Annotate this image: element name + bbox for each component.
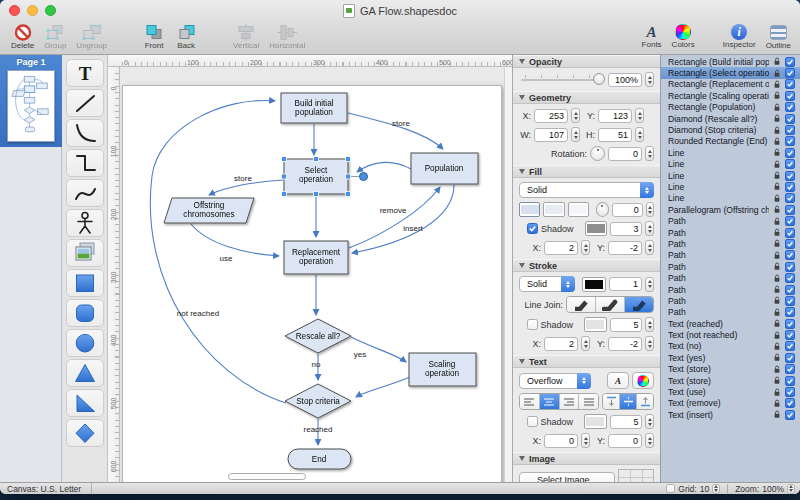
delete-button[interactable]: Delete [6,21,39,50]
layer-visible-checkbox[interactable] [785,296,795,306]
edge-label-reached[interactable]: reached [304,425,333,434]
edge-not-reached[interactable] [150,100,286,403]
node-end[interactable]: End [288,449,351,469]
align-left-button[interactable] [520,394,540,409]
valign-top-button[interactable] [603,394,620,409]
edge-label-remove[interactable]: remove [380,206,407,215]
image-tiling-grid[interactable] [618,469,654,482]
node-build-initial-population[interactable]: Build initialpopulation [281,93,347,123]
unlock-icon[interactable] [773,113,781,124]
valign-bottom-button[interactable] [637,394,653,409]
edge-label-use[interactable]: use [220,254,233,263]
edge-replacement-population-remove[interactable] [349,187,440,248]
unlock-icon[interactable] [773,375,781,386]
section-header-geometry[interactable]: Geometry [513,91,660,104]
layer-visible-checkbox[interactable] [785,307,795,317]
ungroup-button[interactable]: Ungroup [71,21,112,50]
node-population[interactable]: Population [411,153,478,184]
front-button[interactable]: Front [138,21,170,50]
fill-shadow-x-field[interactable]: 2 [544,241,578,255]
node-offspring-chromosomes[interactable]: Offstringchromosomes [164,198,254,223]
stroke-shadow-x-field[interactable]: 2 [544,337,578,351]
geometry-h-field[interactable]: 51 [598,128,632,142]
unlock-icon[interactable] [773,136,781,147]
layer-row[interactable]: Path [661,215,800,226]
layer-row[interactable]: Rounded Rectangle (End) [661,136,800,147]
layer-row[interactable]: Path [661,227,800,238]
tool-square[interactable] [66,269,104,297]
select-image-button[interactable]: Select Image... [519,472,615,483]
layer-row[interactable]: Path [661,272,800,283]
outline-button[interactable]: Outline [761,21,796,50]
unlock-icon[interactable] [773,170,781,181]
text-shadow-checkbox[interactable] [527,416,538,427]
fill-shadow-x-stepper[interactable] [581,240,590,255]
edge-offspring-replacement-use[interactable] [191,224,279,256]
layer-visible-checkbox[interactable] [785,57,795,67]
layer-visible-checkbox[interactable] [785,398,795,408]
tool-elbow-line[interactable] [66,149,104,177]
unlock-icon[interactable] [773,273,781,284]
canvas-vertical-scrollbar[interactable] [504,67,512,482]
group-button[interactable]: Group [39,21,71,50]
layer-visible-checkbox[interactable] [785,171,795,181]
back-button[interactable]: Back [170,21,202,50]
geometry-h-stepper[interactable] [635,127,644,142]
unlock-icon[interactable] [773,341,781,352]
edge-population-select[interactable] [357,162,411,172]
layer-visible-checkbox[interactable] [785,341,795,351]
rotation-knob[interactable] [590,146,605,161]
layer-visible-checkbox[interactable] [785,91,795,101]
unlock-icon[interactable] [773,307,781,318]
layer-row[interactable]: Diamond (Rescale all?) [661,113,800,124]
layer-row[interactable]: Text (not reached) [661,329,800,340]
text-color-button[interactable] [632,372,654,389]
align-vertical-button[interactable]: Vertical [228,21,264,50]
layer-row[interactable]: Rectangle (Select operation) [661,67,800,78]
fill-shadow-y-field[interactable]: -2 [608,241,642,255]
unlock-icon[interactable] [773,261,781,272]
stroke-width-stepper[interactable] [645,277,654,292]
layer-visible-checkbox[interactable] [785,353,795,363]
grid-stepper[interactable] [712,484,720,494]
geometry-y-stepper[interactable] [635,108,644,123]
layer-visible-checkbox[interactable] [785,250,795,260]
tool-text[interactable]: T [66,59,104,87]
layer-row[interactable]: Path [661,284,800,295]
unlock-icon[interactable] [773,238,781,249]
text-shadow-blur-stepper[interactable] [645,414,654,429]
layer-row[interactable]: Text (store) [661,375,800,386]
section-header-opacity[interactable]: Opacity [513,55,660,68]
unlock-icon[interactable] [773,56,781,67]
page-paper[interactable]: Build initialpopulation Population Offst… [122,85,502,482]
grid-checkbox[interactable] [666,484,675,493]
fill-shadow-checkbox[interactable] [527,223,538,234]
fill-color-well-1[interactable] [519,202,540,217]
layer-visible-checkbox[interactable] [785,205,795,215]
text-shadow-x-field[interactable]: 0 [544,434,578,448]
unlock-icon[interactable] [773,284,781,295]
text-shadow-y-field[interactable]: 0 [608,434,642,448]
layer-visible-checkbox[interactable] [785,387,795,397]
layer-visible-checkbox[interactable] [785,182,795,192]
layer-row[interactable]: Text (insert) [661,409,800,420]
layer-visible-checkbox[interactable] [785,410,795,420]
page-thumbnail[interactable] [7,70,55,142]
text-shadow-x-stepper[interactable] [581,433,590,448]
canvas[interactable]: Build initialpopulation Population Offst… [120,67,512,482]
edge-scaling-stop[interactable] [356,377,410,397]
unlock-icon[interactable] [773,181,781,192]
section-header-image[interactable]: Image [513,452,660,465]
unlock-icon[interactable] [773,295,781,306]
layer-row[interactable]: Text (use) [661,386,800,397]
canvas-horizontal-scrollbar-thumb[interactable] [228,473,306,480]
stroke-shadow-color-well[interactable] [584,317,607,332]
unlock-icon[interactable] [773,250,781,261]
rotation-field[interactable]: 0 [608,147,642,161]
layer-visible-checkbox[interactable] [785,262,795,272]
edge-label-insert[interactable]: insert [403,224,423,233]
section-header-text[interactable]: Text [513,355,660,368]
layer-row[interactable]: Text (store) [661,364,800,375]
opacity-stepper[interactable] [645,72,654,87]
tool-actor[interactable] [66,209,104,237]
